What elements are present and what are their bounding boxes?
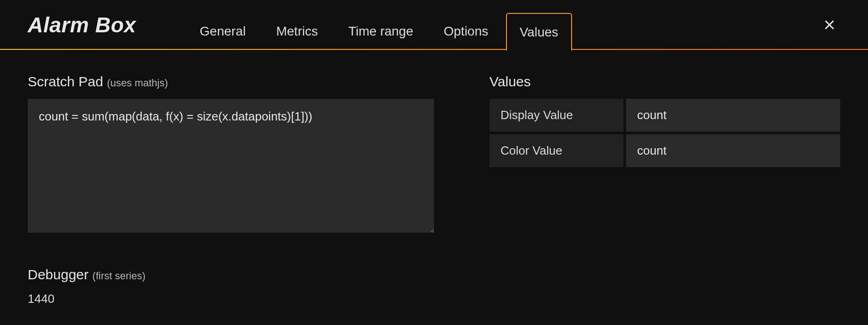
tab-general[interactable]: General	[187, 13, 259, 50]
tab-time-range[interactable]: Time range	[335, 13, 426, 50]
tab-metrics[interactable]: Metrics	[263, 13, 331, 50]
debugger-subtitle: (first series)	[92, 270, 145, 282]
color-value-input[interactable]	[626, 134, 840, 167]
color-value-label: Color Value	[489, 134, 623, 167]
debugger-title: Debugger (first series)	[28, 267, 434, 283]
debugger-title-text: Debugger	[28, 267, 89, 282]
values-row-display: Display Value	[489, 99, 840, 132]
tab-values[interactable]: Values	[506, 13, 573, 51]
display-value-label: Display Value	[489, 99, 623, 132]
scratchpad-textarea[interactable]	[28, 99, 434, 233]
close-button[interactable]	[819, 14, 840, 36]
close-icon	[823, 18, 837, 32]
panel-title: Alarm Box	[28, 12, 136, 37]
values-title: Values	[489, 74, 840, 90]
tab-bar: General Metrics Time range Options Value…	[187, 13, 572, 50]
scratchpad-subtitle: (uses mathjs)	[107, 77, 168, 89]
debugger-output: 1440	[28, 292, 434, 306]
values-grid: Display Value Color Value	[489, 99, 840, 167]
scratchpad-title-text: Scratch Pad	[28, 74, 103, 89]
scratchpad-title: Scratch Pad (uses mathjs)	[28, 74, 434, 90]
values-row-color: Color Value	[489, 134, 840, 167]
tab-options[interactable]: Options	[431, 13, 501, 50]
display-value-input[interactable]	[626, 99, 840, 132]
editor-header: Alarm Box General Metrics Time range Opt…	[0, 0, 868, 51]
